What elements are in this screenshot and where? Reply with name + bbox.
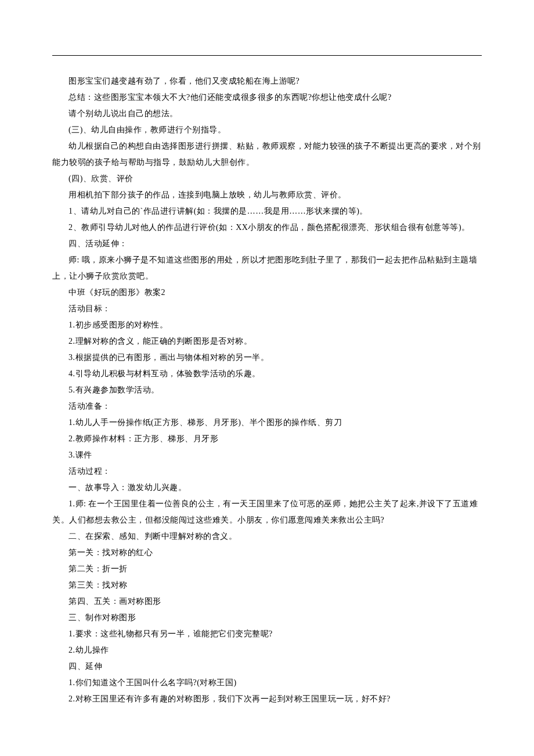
paragraph: 师: 哦，原来小狮子是不知道这些图形的用处，所以才把图形吃到肚子里了，那我们一起… (52, 252, 482, 285)
paragraph: 一、故事导入：激发幼儿兴趣。 (52, 480, 482, 496)
paragraph: 2.理解对称的含义，能正确的判断图形是否对称。 (52, 333, 482, 350)
document-body: 图形宝宝们越变越有劲了，你看，他们又变成轮船在海上游呢? 总结：这些图形宝宝本领… (52, 73, 482, 707)
paragraph: 活动准备： (52, 398, 482, 415)
paragraph: 1、请幼儿对自己的`作品进行讲解(如：我摆的是……我是用……形状来摆的等)。 (52, 203, 482, 219)
document-page: 图形宝宝们越变越有劲了，你看，他们又变成轮船在海上游呢? 总结：这些图形宝宝本领… (0, 0, 534, 756)
paragraph: 1.要求：这些礼物都只有另一半，谁能把它们变完整呢? (52, 626, 482, 642)
paragraph: 三、制作对称图形 (52, 610, 482, 626)
paragraph: (四)、欣赏、评价 (52, 171, 482, 187)
paragraph: 4.引导幼儿积极与材料互动，体验数学活动的乐趣。 (52, 366, 482, 382)
paragraph: 幼儿根据自己的构想自由选择图形进行拼摆、粘贴，教师观察，对能力较强的孩子不断提出… (52, 138, 482, 171)
paragraph: 第一关：找对称的红心 (52, 545, 482, 561)
paragraph: 四、活动延伸： (52, 236, 482, 252)
paragraph: 2.对称王国里还有许多有趣的对称图形，我们下次再一起到对称王国里玩一玩，好不好? (52, 691, 482, 707)
paragraph: 请个别幼儿说出自己的想法。 (52, 106, 482, 122)
paragraph: 第四、五关：画对称图形 (52, 593, 482, 610)
horizontal-rule (52, 55, 482, 56)
paragraph: 1.初步感受图形的对称性。 (52, 317, 482, 333)
paragraph: 总结：这些图形宝宝本领大不大?他们还能变成很多很多的东西呢?你想让他变成什么呢? (52, 89, 482, 106)
paragraph: 二、在探索、感知、判断中理解对称的含义。 (52, 528, 482, 545)
paragraph: 第三关：找对称 (52, 577, 482, 593)
paragraph: (三)、幼儿自由操作，教师进行个别指导。 (52, 122, 482, 138)
paragraph: 中班《好玩的图形》教案2 (52, 285, 482, 301)
paragraph: 3.根据提供的已有图形，画出与物体相对称的另一半。 (52, 350, 482, 366)
paragraph: 2、教师引导幼儿对他人的作品进行评价(如：XX小朋友的作品，颜色搭配很漂亮、形状… (52, 219, 482, 236)
paragraph: 活动目标： (52, 301, 482, 317)
paragraph: 第二关：折一折 (52, 561, 482, 577)
paragraph: 图形宝宝们越变越有劲了，你看，他们又变成轮船在海上游呢? (52, 73, 482, 89)
paragraph: 5.有兴趣参加数学活动。 (52, 382, 482, 398)
paragraph: 2.教师操作材料：正方形、梯形、月牙形 (52, 431, 482, 447)
paragraph: 四、延伸 (52, 658, 482, 675)
paragraph: 1.师: 在一个王国里住着一位善良的公主，有一天王国里来了位可恶的巫师，她把公主… (52, 496, 482, 528)
paragraph: 2.幼儿操作 (52, 642, 482, 658)
paragraph: 1.幼儿人手一份操作纸(正方形、梯形、月牙形)、半个图形的操作纸、剪刀 (52, 415, 482, 431)
paragraph: 1.你们知道这个王国叫什么名字吗?(对称王国) (52, 675, 482, 691)
paragraph: 用相机拍下部分孩子的作品，连接到电脑上放映，幼儿与教师欣赏、评价。 (52, 187, 482, 203)
paragraph: 3.课件 (52, 447, 482, 463)
paragraph: 活动过程： (52, 463, 482, 480)
